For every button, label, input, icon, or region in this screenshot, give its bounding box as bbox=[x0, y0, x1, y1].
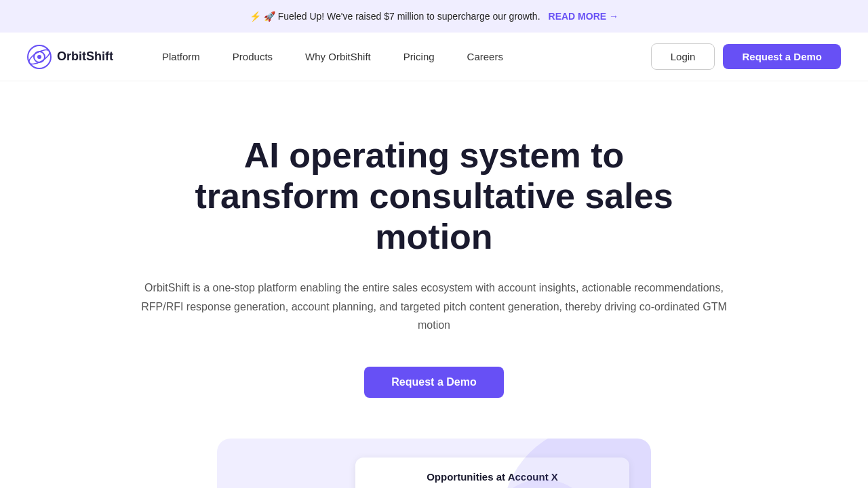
read-more-link[interactable]: READ MORE → bbox=[549, 11, 619, 22]
logo-icon bbox=[27, 45, 52, 69]
read-more-arrow: → bbox=[609, 11, 618, 22]
decorative-circle-large bbox=[502, 439, 651, 488]
request-demo-nav-button[interactable]: Request a Demo bbox=[723, 44, 841, 69]
navbar: OrbitShift Platform Products Why OrbitSh… bbox=[0, 33, 868, 81]
nav-careers[interactable]: Careers bbox=[451, 45, 519, 68]
announcement-bar: ⚡ 🚀 Fueled Up! We've raised $7 million t… bbox=[0, 0, 868, 33]
announcement-text: ⚡ 🚀 Fueled Up! We've raised $7 million t… bbox=[250, 11, 540, 22]
logo[interactable]: OrbitShift bbox=[27, 45, 113, 69]
hero-section: AI operating system to transform consult… bbox=[0, 81, 868, 488]
nav-why-orbitshift[interactable]: Why OrbitShift bbox=[289, 45, 387, 68]
logo-text: OrbitShift bbox=[57, 49, 113, 64]
hero-subtitle: OrbitShift is a one-stop platform enabli… bbox=[136, 279, 732, 334]
arrow-graphic bbox=[252, 485, 334, 488]
request-demo-hero-button[interactable]: Request a Demo bbox=[364, 367, 503, 398]
nav-platform[interactable]: Platform bbox=[146, 45, 216, 68]
nav-links: Platform Products Why OrbitShift Pricing… bbox=[146, 45, 651, 68]
nav-products[interactable]: Products bbox=[216, 45, 289, 68]
announcement-message: Fueled Up! We've raised $7 million to su… bbox=[278, 11, 540, 22]
nav-actions: Login Request a Demo bbox=[651, 43, 841, 70]
svg-point-2 bbox=[37, 55, 41, 59]
announcement-emoji: ⚡ 🚀 bbox=[250, 11, 275, 22]
arrow-area bbox=[239, 458, 334, 488]
nav-pricing[interactable]: Pricing bbox=[387, 45, 451, 68]
dashboard-preview: Opportunities at Account X 1. Fraud mana… bbox=[136, 439, 732, 488]
hero-title: AI operating system to transform consult… bbox=[170, 136, 698, 257]
login-button[interactable]: Login bbox=[651, 43, 715, 70]
dashboard-card: Opportunities at Account X 1. Fraud mana… bbox=[217, 439, 651, 488]
read-more-text: READ MORE bbox=[549, 11, 607, 22]
